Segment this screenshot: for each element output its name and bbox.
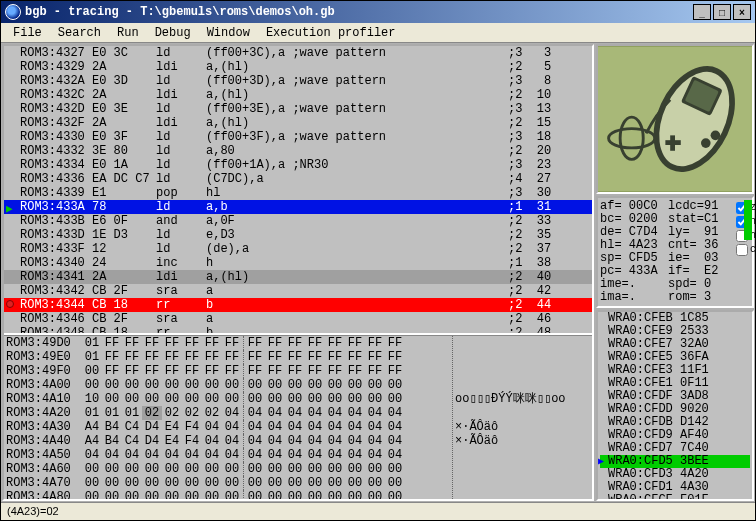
hex-ascii — [455, 406, 590, 420]
regs-col1: af= 00C0 bc= 0200 de= C7D4 hl= 4A23 sp= … — [600, 200, 668, 304]
menu-execution-profiler[interactable]: Execution profiler — [258, 24, 404, 42]
title-bar: bgb - tracing - T:\gbemuls\roms\demos\oh… — [1, 1, 755, 23]
disasm-row[interactable]: ROM3:4344 CB 18rrb;2 44 — [4, 298, 592, 312]
flag-c[interactable] — [736, 244, 748, 256]
regs-col2: lcdc=91 stat=C1 ly= 91 cnt= 36 ie= 03 if… — [668, 200, 736, 304]
activity-bar — [744, 200, 752, 240]
hex-ascii — [455, 490, 590, 499]
maximize-button[interactable]: □ — [713, 4, 731, 20]
menu-window[interactable]: Window — [199, 24, 258, 42]
svg-rect-8 — [665, 140, 680, 145]
hex-pane[interactable]: ROM3:49D001FFFFFFFFFFFFFFFFFFFFFFFFFFFFF… — [4, 335, 592, 499]
close-button[interactable]: × — [733, 4, 751, 20]
hex-ascii — [455, 350, 590, 364]
sp-marker-icon: ▶ — [598, 455, 604, 468]
hex-row[interactable]: ROM3:4A101000000000000000000000000000000… — [6, 392, 450, 406]
hex-row[interactable]: ROM3:4A200101010202020204040404040404040… — [6, 406, 450, 420]
menu-run[interactable]: Run — [109, 24, 147, 42]
disasm-row[interactable]: ROM3:433A 78lda,b;1 31 — [4, 200, 592, 214]
disasm-row[interactable]: ROM3:4348 CB 18rrb;2 48 — [4, 326, 592, 335]
disasm-row[interactable]: ROM3:4346 CB 2Fsraa;2 46 — [4, 312, 592, 326]
hex-ascii — [455, 476, 590, 490]
disasm-row[interactable]: ROM3:4332 3E 80lda,80;2 20 — [4, 144, 592, 158]
hex-ascii — [455, 448, 590, 462]
hex-ascii: oo▯▯▯ÐÝÝ咪咪▯▯oo — [455, 392, 590, 406]
disasm-row[interactable]: ROM3:4336 EA DC C7ld(C7DC),a;4 27 — [4, 172, 592, 186]
hex-ascii: ×·ÃÔäô — [455, 420, 590, 434]
screen-preview — [596, 44, 754, 194]
hex-row[interactable]: ROM3:4A800000000000000000000000000000000… — [6, 490, 450, 499]
pc-marker-icon[interactable]: ▶ — [6, 202, 16, 212]
disasm-row[interactable]: ROM3:4342 CB 2Fsraa;2 42 — [4, 284, 592, 298]
status-bar: (4A23)=02 — [1, 502, 755, 520]
disasm-row[interactable]: ROM3:433F 12ld(de),a;2 37 — [4, 242, 592, 256]
disasm-row[interactable]: ROM3:432A E0 3Dld(ff00+3D),a ;wave patte… — [4, 74, 592, 88]
hex-row[interactable]: ROM3:49D001FFFFFFFFFFFFFFFFFFFFFFFFFFFFF… — [6, 336, 450, 350]
hex-ascii — [455, 378, 590, 392]
hex-row[interactable]: ROM3:4A000000000000000000000000000000000… — [6, 378, 450, 392]
disasm-row[interactable]: ROM3:4334 E0 1Ald(ff00+1A),a ;NR30;3 23 — [4, 158, 592, 172]
app-icon — [5, 4, 21, 20]
disasm-row[interactable]: ROM3:4330 E0 3Fld(ff00+3F),a ;wave patte… — [4, 130, 592, 144]
minimize-button[interactable]: _ — [693, 4, 711, 20]
menu-bar: FileSearchRunDebugWindowExecution profil… — [1, 23, 755, 43]
menu-file[interactable]: File — [5, 24, 50, 42]
registers-pane[interactable]: af= 00C0 bc= 0200 de= C7D4 hl= 4A23 sp= … — [596, 196, 754, 308]
menu-search[interactable]: Search — [50, 24, 109, 42]
svg-point-5 — [701, 138, 711, 148]
flag-label: c — [750, 243, 755, 256]
disasm-row[interactable]: ROM3:4329 2Aldia,(hl);2 5 — [4, 60, 592, 74]
disasm-row[interactable]: ROM3:432C 2Aldia,(hl);2 10 — [4, 88, 592, 102]
window-title: bgb - tracing - T:\gbemuls\roms\demos\oh… — [25, 5, 335, 19]
disasm-row[interactable]: ROM3:432D E0 3Eld(ff00+3E),a ;wave patte… — [4, 102, 592, 116]
disasm-row[interactable]: ROM3:433D 1E D3lde,D3;2 35 — [4, 228, 592, 242]
disasm-row[interactable]: ROM3:4341 2Aldia,(hl);2 40 — [4, 270, 592, 284]
disasm-row[interactable]: ROM3:432F 2Aldia,(hl);2 15 — [4, 116, 592, 130]
disasm-row[interactable]: ROM3:433B E6 0Fanda,0F;2 33 — [4, 214, 592, 228]
hex-row[interactable]: ROM3:4A40A4B4C4D4E4F40404040404040404040… — [6, 434, 450, 448]
disassembly-pane[interactable]: ROM3:4327 E0 3Cld(ff00+3C),a ;wave patte… — [4, 46, 592, 335]
hex-row[interactable]: ROM3:4A500404040404040404040404040404040… — [6, 448, 450, 462]
disasm-row[interactable]: ROM3:4327 E0 3Cld(ff00+3C),a ;wave patte… — [4, 46, 592, 60]
hex-ascii — [455, 364, 590, 378]
stack-row[interactable]: WRA0:CFCF F01F — [600, 494, 750, 501]
svg-point-6 — [711, 131, 721, 141]
hex-row[interactable]: ROM3:49E001FFFFFFFFFFFFFFFFFFFFFFFFFFFFF… — [6, 350, 450, 364]
hex-row[interactable]: ROM3:4A700000000000000000000000000000000… — [6, 476, 450, 490]
disasm-row[interactable]: ROM3:4339 E1pophl;3 30 — [4, 186, 592, 200]
hex-row[interactable]: ROM3:4A30A4B4C4D4E4F40404040404040404040… — [6, 420, 450, 434]
hex-ascii: ×·ÃÔäô — [455, 434, 590, 448]
disasm-row[interactable]: ROM3:4340 24inch;1 38 — [4, 256, 592, 270]
menu-debug[interactable]: Debug — [147, 24, 199, 42]
stack-pane[interactable]: WRA0:CFEB 1C85WRA0:CFE9 2533WRA0:CFE7 32… — [596, 310, 754, 501]
hex-row[interactable]: ROM3:49F000FFFFFFFFFFFFFFFFFFFFFFFFFFFFF… — [6, 364, 450, 378]
hex-row[interactable]: ROM3:4A600000000000000000000000000000000… — [6, 462, 450, 476]
hex-ascii — [455, 462, 590, 476]
hex-ascii — [455, 336, 590, 350]
breakpoint-icon[interactable] — [6, 300, 14, 308]
